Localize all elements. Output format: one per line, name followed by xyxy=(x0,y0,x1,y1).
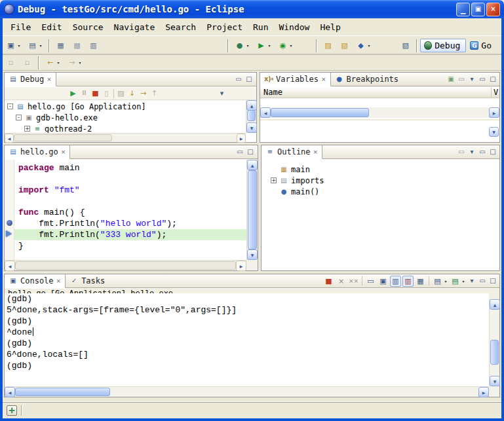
close-icon[interactable]: × xyxy=(321,76,326,82)
minimize-view-icon[interactable]: ▭ xyxy=(234,75,243,84)
scroll-down-button[interactable]: ▼ xyxy=(490,376,500,386)
scroll-down-button[interactable]: ▼ xyxy=(246,122,257,133)
display-console-button[interactable]: ▤▾ xyxy=(432,276,448,287)
menu-file[interactable]: File xyxy=(5,20,36,34)
scroll-left-button[interactable]: ◀ xyxy=(260,107,271,118)
code-line[interactable]: package main xyxy=(14,162,246,174)
chevron-down-icon[interactable]: ▾ xyxy=(366,43,372,48)
current-instruction-line[interactable]: fmt.Println("333 world"); xyxy=(14,229,246,240)
scroll-right-button[interactable]: ▶ xyxy=(237,134,246,143)
resume-button[interactable]: ▶ xyxy=(68,88,79,99)
console-vertical-scrollbar[interactable]: ▲ ▼ xyxy=(489,299,499,386)
minimize-button[interactable]: ▁ xyxy=(456,3,470,16)
tree-expander[interactable]: - xyxy=(16,115,22,120)
outline-tab[interactable]: ≡ Outline × xyxy=(262,145,322,159)
chevron-down-icon[interactable]: ▾ xyxy=(56,60,61,65)
close-icon[interactable]: × xyxy=(313,149,319,155)
show-stdout-button[interactable]: ▥ xyxy=(390,276,401,287)
chevron-down-icon[interactable]: ▾ xyxy=(16,43,22,48)
breakpoints-tab[interactable]: ● Breakpoints xyxy=(331,73,402,86)
editor-vertical-scrollbar[interactable]: ▲ ▼ xyxy=(246,160,258,260)
debug-tree-item[interactable]: -▣gdb-hello.exe xyxy=(5,112,246,123)
tree-expander[interactable]: + xyxy=(24,126,30,132)
terminate-button[interactable]: ■ xyxy=(323,276,334,287)
console-horizontal-scrollbar[interactable]: ◀ ▶ xyxy=(5,386,489,397)
maximize-view-icon[interactable]: □ xyxy=(488,75,497,84)
code-line[interactable]: fmt.Println("hello world"); xyxy=(14,218,246,229)
chevron-down-icon[interactable]: ▾ xyxy=(38,43,43,48)
show-stderr-button[interactable]: ▥ xyxy=(402,276,414,287)
maximize-view-icon[interactable]: □ xyxy=(488,276,497,285)
menu-source[interactable]: Source xyxy=(68,20,109,34)
breakpoint-marker-icon[interactable] xyxy=(7,220,12,226)
step-over-button[interactable]: → xyxy=(138,88,149,99)
close-icon[interactable]: × xyxy=(61,149,66,155)
variables-column-header[interactable]: Name V xyxy=(260,87,499,98)
clear-console-button[interactable]: ▭ xyxy=(365,276,376,287)
menu-window[interactable]: Window xyxy=(273,20,315,34)
scrollbar-thumb[interactable] xyxy=(490,340,499,365)
scrollbar-thumb[interactable] xyxy=(14,134,112,141)
view-menu-icon[interactable]: ▾ xyxy=(467,147,476,156)
scrollbar-thumb[interactable] xyxy=(15,388,110,396)
view-menu-icon[interactable]: ▾ xyxy=(467,276,476,285)
step-into-button[interactable]: ↓ xyxy=(126,88,138,99)
variables-tab[interactable]: (x)= Variables × xyxy=(260,73,331,86)
scroll-down-button[interactable]: ▼ xyxy=(489,127,499,137)
tree-expander[interactable]: + xyxy=(271,177,277,183)
disconnect-button[interactable]: ▯ xyxy=(101,88,112,99)
editor-tab-hello-go[interactable]: ▤ hello.go × xyxy=(5,145,70,159)
save-button[interactable]: ▦ xyxy=(53,38,68,54)
new-wizard-button[interactable]: ▣▾ xyxy=(3,38,24,54)
tree-expander[interactable]: - xyxy=(7,103,13,109)
scrollbar-thumb[interactable] xyxy=(248,170,257,249)
close-button[interactable]: × xyxy=(486,3,500,16)
show-type-names-icon[interactable]: ▣ xyxy=(446,75,456,84)
new-element-button[interactable]: ▤▾ xyxy=(25,38,45,54)
console-output[interactable]: (gdb)5^done,stack-args=[frame={level="0"… xyxy=(5,293,489,386)
run-launch-button[interactable]: ▶▾ xyxy=(254,38,274,54)
minimize-view-icon[interactable]: ▭ xyxy=(235,147,244,156)
code-line[interactable]: import "fmt" xyxy=(14,185,246,196)
remove-all-launches-button[interactable]: ×× xyxy=(348,276,359,287)
view-menu-icon[interactable]: ▾ xyxy=(467,75,476,84)
open-resource-button[interactable]: ▧ xyxy=(337,38,352,54)
external-tools-button[interactable]: ◉▾ xyxy=(275,38,296,54)
minimize-view-icon[interactable]: ▭ xyxy=(478,75,487,84)
open-perspective-button[interactable]: ▧ xyxy=(398,38,413,54)
remove-launch-button[interactable]: × xyxy=(336,276,347,287)
scroll-left-button[interactable]: ◀ xyxy=(5,261,15,271)
step-return-button[interactable]: ↑ xyxy=(149,88,160,99)
forward-button[interactable]: →▾ xyxy=(64,55,85,71)
editor-marker-ruler[interactable] xyxy=(5,160,14,260)
menu-project[interactable]: Project xyxy=(201,20,248,34)
perspective-debug-button[interactable]: Debug xyxy=(420,39,466,52)
save-all-button[interactable]: ▩ xyxy=(69,38,85,54)
open-console-button[interactable]: ▤▾ xyxy=(450,276,466,287)
chevron-down-icon[interactable]: ▾ xyxy=(245,43,250,48)
debug-launch-button[interactable]: ●▾ xyxy=(232,38,252,54)
scroll-lock-button[interactable]: ▣ xyxy=(378,276,389,287)
scroll-right-button[interactable]: ▶ xyxy=(489,107,499,118)
scroll-down-button[interactable]: ▼ xyxy=(247,249,258,260)
suspend-button[interactable]: II xyxy=(79,88,90,99)
maximize-view-icon[interactable]: □ xyxy=(488,147,497,156)
debug-tree-item[interactable]: +≡gothread-2 xyxy=(5,123,246,133)
collapse-all-icon[interactable]: ▭ xyxy=(457,75,466,84)
debug-horizontal-scrollbar[interactable]: ◀ ▶ xyxy=(5,133,246,142)
chevron-down-icon[interactable]: ▾ xyxy=(267,43,272,48)
code-editor[interactable]: package main import "fmt" func main() { … xyxy=(14,160,246,260)
debug-vertical-scrollbar[interactable]: ▲ ▼ xyxy=(246,100,256,133)
perspective-go-button[interactable]: G Go xyxy=(466,39,497,52)
debug-tree-item[interactable]: -▤hello.go [Go Application] xyxy=(5,101,246,112)
collapse-all-icon[interactable]: ▭ xyxy=(457,147,466,156)
chevron-down-icon[interactable]: ▾ xyxy=(461,279,466,284)
scrollbar-thumb[interactable] xyxy=(271,108,369,117)
scroll-left-button[interactable]: ◀ xyxy=(5,387,15,397)
scrollbar-thumb[interactable] xyxy=(247,110,256,121)
pin-console-button[interactable]: ▦ xyxy=(415,276,426,287)
chevron-down-icon[interactable]: ▾ xyxy=(288,43,294,48)
scroll-up-button[interactable]: ▲ xyxy=(246,100,257,111)
scroll-up-button[interactable]: ▲ xyxy=(247,160,258,170)
scroll-left-button[interactable]: ◀ xyxy=(5,134,14,143)
